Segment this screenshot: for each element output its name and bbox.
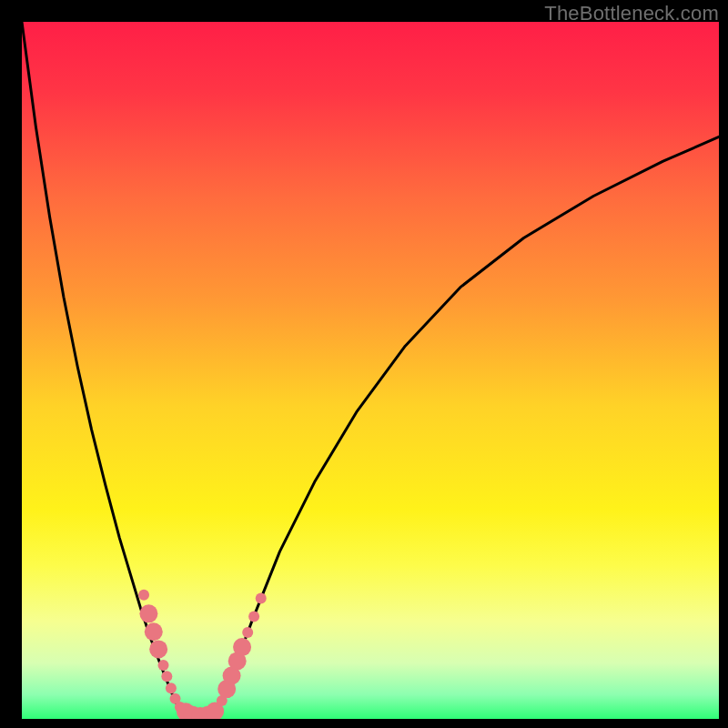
data-marker [145, 622, 163, 641]
watermark-text: TheBottleneck.com [544, 2, 719, 25]
data-marker [166, 682, 177, 693]
data-marker [242, 627, 253, 638]
data-marker [233, 638, 251, 656]
chart-frame: TheBottleneck.com [0, 0, 728, 728]
plot-area [22, 22, 719, 719]
data-marker [138, 590, 149, 601]
data-marker [256, 592, 267, 603]
data-marker [158, 660, 169, 671]
gradient-background [22, 22, 719, 719]
data-marker [161, 671, 172, 682]
data-marker [248, 611, 259, 622]
data-marker [139, 604, 157, 622]
data-marker [149, 640, 167, 658]
chart-svg [22, 22, 719, 719]
